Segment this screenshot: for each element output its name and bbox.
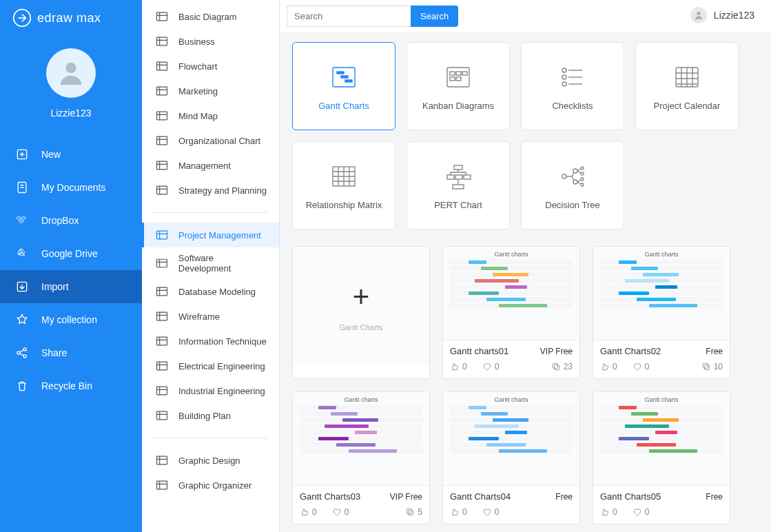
favs: 0: [332, 507, 349, 517]
favs: 0: [482, 362, 500, 371]
category-item[interactable]: Strategy and Planning: [142, 178, 279, 203]
category-group-b: Project ManagementSoftware DevelopmentDa…: [142, 218, 279, 432]
svg-rect-55: [553, 363, 557, 368]
category-item[interactable]: Business: [142, 29, 279, 54]
template-title: Gantt Charts05: [600, 491, 661, 502]
svg-point-51: [581, 172, 584, 175]
svg-rect-14: [157, 161, 167, 170]
type-card[interactable]: Kanban Diagrams: [407, 42, 510, 130]
template-card[interactable]: Gantt chartsGantt Charts05Free00: [593, 391, 730, 524]
svg-rect-33: [456, 72, 461, 75]
new-template-card[interactable]: +Gantt Charts: [292, 246, 430, 379]
nav-item-google-drive[interactable]: Google Drive: [0, 237, 142, 270]
template-card[interactable]: Gantt chartsGantt Charts04Free00: [442, 391, 580, 524]
category-item[interactable]: Software Development: [142, 247, 279, 279]
search-button[interactable]: Search: [411, 6, 458, 27]
category-item[interactable]: Project Management: [142, 223, 279, 247]
likes: 0: [450, 362, 467, 371]
category-icon: [155, 59, 169, 73]
category-item[interactable]: Database Modeling: [142, 279, 279, 304]
category-item[interactable]: Organizational Chart: [142, 128, 279, 153]
svg-point-52: [581, 178, 584, 181]
svg-rect-44: [455, 175, 462, 179]
nav-item-dropbox[interactable]: DropBox: [0, 204, 142, 237]
type-card[interactable]: Checklists: [521, 42, 624, 130]
sidebar-categories: Basic DiagramBusinessFlowchartMarketingM…: [142, 0, 280, 532]
category-item[interactable]: Wireframe: [142, 304, 279, 329]
svg-point-26: [697, 12, 700, 15]
svg-rect-56: [704, 365, 709, 370]
svg-point-47: [562, 174, 566, 178]
copies: 10: [701, 362, 723, 371]
category-icon: [155, 478, 169, 492]
template-title: Gantt Charts02: [600, 346, 661, 356]
category-item[interactable]: Graphic Organizer: [142, 473, 279, 498]
category-item[interactable]: Electrical Engineering: [142, 354, 279, 378]
svg-rect-24: [157, 456, 167, 464]
top-user[interactable]: Lizzie123: [690, 7, 754, 23]
type-card[interactable]: Relationship Matrix: [292, 141, 395, 229]
avatar-name: Lizzie123: [50, 108, 91, 119]
user-icon: [693, 10, 704, 21]
type-card[interactable]: Project Calendar: [635, 42, 739, 130]
category-item[interactable]: Mind Map: [142, 103, 279, 128]
category-item[interactable]: Basic Diagram: [142, 4, 279, 29]
template-badge: VIP Free: [390, 492, 422, 502]
svg-rect-30: [345, 80, 352, 82]
copies: 23: [551, 362, 573, 371]
category-item[interactable]: Building Plan: [142, 403, 279, 428]
svg-rect-32: [450, 72, 455, 75]
category-icon: [155, 334, 169, 348]
user-icon: [55, 57, 87, 89]
svg-rect-45: [464, 175, 471, 179]
nav-item-share[interactable]: Share: [0, 336, 142, 369]
type-icon: [557, 62, 588, 92]
type-card[interactable]: Gantt Charts: [292, 42, 395, 130]
type-card[interactable]: Decision Tree: [521, 141, 624, 229]
logo-icon: [12, 8, 32, 28]
category-group-a: Basic DiagramBusinessFlowchartMarketingM…: [142, 0, 279, 207]
favs: 0: [482, 507, 500, 517]
category-item[interactable]: Marketing: [142, 79, 279, 103]
app-logo: edraw max: [0, 0, 142, 36]
template-card[interactable]: Gantt chartsGantt Charts03VIP Free005: [292, 391, 430, 524]
nav-item-recycle-bin[interactable]: Recycle Bin: [0, 369, 142, 402]
template-thumbnail: Gantt charts: [293, 392, 429, 486]
template-card[interactable]: Gantt chartsGantt charts01VIP Free0023: [442, 246, 580, 379]
category-item[interactable]: Graphic Design: [142, 448, 279, 473]
category-scroll[interactable]: Basic DiagramBusinessFlowchartMarketingM…: [142, 0, 279, 532]
category-item[interactable]: Management: [142, 153, 279, 178]
nav-item-my-documents[interactable]: My Documents: [0, 171, 142, 204]
likes: 0: [600, 507, 617, 517]
category-item[interactable]: Industrial Engineering: [142, 378, 279, 403]
sidebar-left: edraw max Lizzie123 NewMy DocumentsDropB…: [0, 0, 142, 532]
svg-rect-36: [456, 77, 461, 81]
svg-rect-18: [157, 287, 167, 296]
category-icon: [155, 256, 169, 270]
svg-rect-42: [454, 165, 462, 170]
type-card[interactable]: PERT Chart: [407, 141, 510, 229]
category-icon: [155, 359, 169, 373]
template-stats: 005: [293, 504, 429, 524]
search-input[interactable]: [287, 6, 411, 27]
nav-item-my-collection[interactable]: My collection: [0, 303, 142, 336]
svg-rect-59: [407, 509, 412, 513]
nav-list: NewMy DocumentsDropBoxGoogle DriveImport…: [0, 138, 142, 402]
share-icon: [15, 346, 29, 360]
category-item[interactable]: Flowchart: [142, 54, 279, 79]
category-group-c: Graphic DesignGraphic Organizer: [142, 444, 279, 502]
category-item[interactable]: Information Technique: [142, 329, 279, 354]
svg-rect-43: [447, 175, 454, 179]
svg-point-53: [581, 183, 584, 186]
template-card[interactable]: Gantt chartsGantt Charts02Free0010: [593, 246, 730, 379]
svg-point-1: [65, 63, 76, 73]
avatar-block[interactable]: Lizzie123: [0, 36, 142, 138]
nav-item-import[interactable]: Import: [0, 270, 142, 303]
category-icon: [155, 453, 169, 467]
svg-rect-54: [554, 365, 559, 370]
nav-item-new[interactable]: New: [0, 138, 142, 171]
likes: 0: [600, 362, 617, 371]
svg-rect-58: [409, 511, 413, 515]
svg-point-50: [581, 167, 584, 170]
svg-rect-57: [703, 363, 708, 368]
